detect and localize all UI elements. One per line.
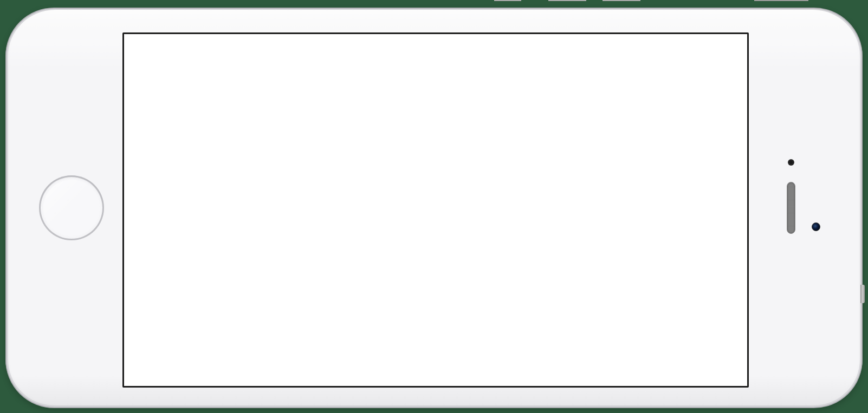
volume-down-button[interactable]: [603, 0, 640, 1]
side-switch[interactable]: [860, 285, 865, 303]
mute-switch-button[interactable]: [494, 0, 521, 1]
volume-up-button[interactable]: [548, 0, 586, 1]
power-button[interactable]: [754, 0, 808, 1]
device-body: [5, 8, 863, 408]
front-camera-icon: [812, 222, 820, 231]
home-button[interactable]: [39, 175, 104, 240]
sensor-cluster: [759, 154, 824, 262]
proximity-sensor-icon: [788, 159, 794, 166]
device-screen[interactable]: [122, 32, 749, 388]
earpiece-speaker-icon: [787, 182, 795, 234]
